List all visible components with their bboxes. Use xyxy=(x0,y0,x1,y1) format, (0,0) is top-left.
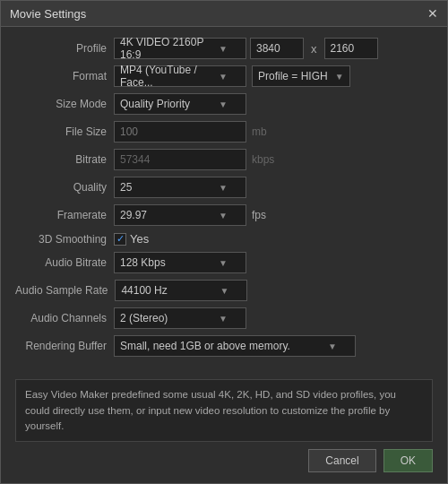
dimension-separator: x xyxy=(311,42,317,56)
format-label: Format xyxy=(15,70,114,82)
audio-bitrate-row: Audio Bitrate 128 Kbps ▼ xyxy=(15,252,433,273)
height-input[interactable] xyxy=(324,38,378,59)
format-row: Format MP4 (YouTube / Face... ▼ Profile … xyxy=(15,65,433,87)
format-dropdown-arrow: ▼ xyxy=(219,72,228,82)
audio-channels-label: Audio Channels xyxy=(15,312,114,324)
render-buffer-value: Small, need 1GB or above memory. xyxy=(120,340,290,352)
size-mode-row: Size Mode Quality Priority ▼ xyxy=(15,93,433,115)
framerate-arrow: ▼ xyxy=(219,211,228,220)
format-dropdown[interactable]: MP4 (YouTube / Face... ▼ xyxy=(114,65,246,87)
size-mode-label: Size Mode xyxy=(15,98,114,110)
framerate-controls: 29.97 ▼ fps xyxy=(114,204,266,226)
profile-label: Profile xyxy=(15,42,114,55)
file-size-label: File Size xyxy=(15,125,114,138)
audio-channels-arrow: ▼ xyxy=(219,314,228,324)
audio-bitrate-value: 128 Kbps xyxy=(120,256,166,269)
format-dropdown-value: MP4 (YouTube / Face... xyxy=(120,64,215,89)
bitrate-unit: kbps xyxy=(252,153,274,166)
quality-dropdown[interactable]: 25 ▼ xyxy=(114,177,246,198)
form-area: Profile 4K VIDEO 2160P 16:9 ▼ x Format M… xyxy=(15,38,433,376)
framerate-label: Framerate xyxy=(15,209,114,221)
size-mode-value: Quality Priority xyxy=(120,98,190,110)
smoothing-row: 3D Smoothing ✓ Yes xyxy=(15,232,433,246)
profile-controls: 4K VIDEO 2160P 16:9 ▼ x xyxy=(114,38,378,59)
audio-sample-arrow: ▼ xyxy=(220,286,229,296)
title-bar: Movie Settings ✕ xyxy=(1,1,447,27)
audio-bitrate-arrow: ▼ xyxy=(219,258,228,268)
smoothing-check-mark: ✓ xyxy=(116,233,125,245)
profile-row: Profile 4K VIDEO 2160P 16:9 ▼ x xyxy=(15,38,433,59)
profile-high-display: Profile = HIGH ▼ xyxy=(252,65,350,87)
bitrate-row: Bitrate kbps xyxy=(15,149,433,170)
audio-sample-row: Audio Sample Rate 44100 Hz ▼ xyxy=(15,280,433,301)
profile-high-value: Profile = HIGH xyxy=(258,70,328,82)
size-mode-arrow: ▼ xyxy=(219,99,228,109)
ok-button[interactable]: OK xyxy=(383,449,433,472)
info-text: Easy Video Maker predefined some usual 4… xyxy=(15,379,433,442)
audio-channels-value: 2 (Stereo) xyxy=(120,312,168,324)
window-title: Movie Settings xyxy=(10,7,86,21)
file-size-row: File Size mb xyxy=(15,121,433,143)
profile-high-arrow: ▼ xyxy=(335,72,344,82)
content-area: Profile 4K VIDEO 2160P 16:9 ▼ x Format M… xyxy=(1,27,447,483)
smoothing-label: 3D Smoothing xyxy=(15,233,114,246)
file-size-unit: mb xyxy=(252,125,267,138)
smoothing-checkbox[interactable]: ✓ xyxy=(114,233,126,246)
render-buffer-arrow: ▼ xyxy=(328,341,337,351)
quality-arrow: ▼ xyxy=(219,183,228,193)
framerate-value: 29.97 xyxy=(120,209,147,221)
movie-settings-window: Movie Settings ✕ Profile 4K VIDEO 2160P … xyxy=(0,0,448,484)
audio-sample-label: Audio Sample Rate xyxy=(15,284,115,297)
smoothing-control[interactable]: ✓ Yes xyxy=(114,232,149,246)
audio-sample-dropdown[interactable]: 44100 Hz ▼ xyxy=(115,280,247,301)
button-row: Cancel OK xyxy=(15,449,433,476)
quality-label: Quality xyxy=(15,181,114,194)
profile-dropdown[interactable]: 4K VIDEO 2160P 16:9 ▼ xyxy=(114,38,246,59)
profile-dropdown-value: 4K VIDEO 2160P 16:9 xyxy=(120,36,215,61)
framerate-row: Framerate 29.97 ▼ fps xyxy=(15,204,433,226)
size-mode-dropdown[interactable]: Quality Priority ▼ xyxy=(114,93,246,115)
cancel-button[interactable]: Cancel xyxy=(308,449,375,472)
format-controls: MP4 (YouTube / Face... ▼ Profile = HIGH … xyxy=(114,65,350,87)
smoothing-value: Yes xyxy=(130,232,149,246)
render-buffer-row: Rendering Buffer Small, need 1GB or abov… xyxy=(15,335,433,357)
bitrate-label: Bitrate xyxy=(15,153,114,166)
bitrate-input[interactable] xyxy=(114,149,246,170)
file-size-input[interactable] xyxy=(114,121,246,143)
framerate-dropdown[interactable]: 29.97 ▼ xyxy=(114,204,246,226)
render-buffer-label: Rendering Buffer xyxy=(15,340,114,352)
audio-channels-row: Audio Channels 2 (Stereo) ▼ xyxy=(15,307,433,329)
quality-row: Quality 25 ▼ xyxy=(15,177,433,198)
audio-sample-value: 44100 Hz xyxy=(121,284,167,297)
profile-dropdown-arrow: ▼ xyxy=(219,44,228,54)
quality-value: 25 xyxy=(120,181,132,194)
close-button[interactable]: ✕ xyxy=(427,6,438,21)
render-buffer-dropdown[interactable]: Small, need 1GB or above memory. ▼ xyxy=(114,335,356,357)
audio-channels-dropdown[interactable]: 2 (Stereo) ▼ xyxy=(114,307,246,329)
fps-unit: fps xyxy=(252,209,266,221)
width-input[interactable] xyxy=(250,38,304,59)
audio-bitrate-dropdown[interactable]: 128 Kbps ▼ xyxy=(114,252,246,273)
audio-bitrate-label: Audio Bitrate xyxy=(15,256,114,269)
